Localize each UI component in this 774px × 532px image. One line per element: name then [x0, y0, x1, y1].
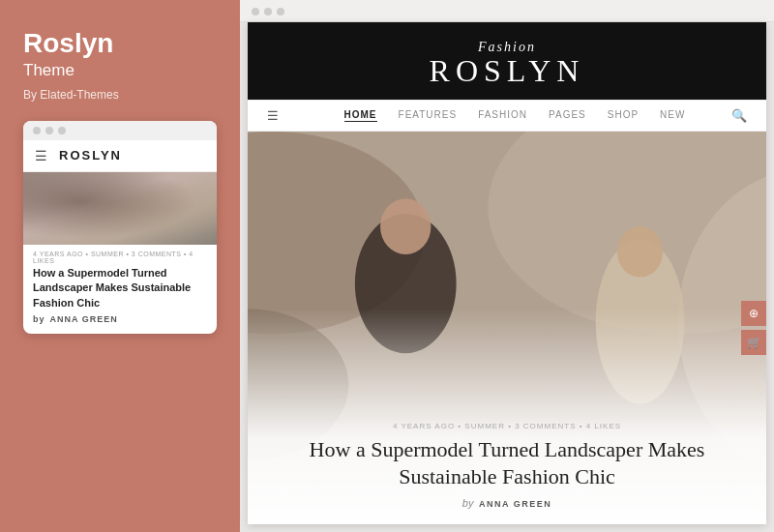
mobile-article-meta: 4 YEARS AGO • SUMMER • 3 COMMENTS • 4 LI…: [33, 251, 207, 264]
website-preview: Fashion ROSLYN ☰ HOME FEATURES FASHION P…: [248, 22, 766, 524]
hero-title: How a Supermodel Turned Landscaper Makes…: [277, 436, 737, 491]
browser-dot-3: [277, 8, 284, 15]
mobile-dot-3: [58, 127, 66, 134]
side-icon-share[interactable]: ⊕: [741, 301, 766, 326]
nav-item-home[interactable]: HOME: [344, 109, 377, 122]
left-panel: Roslyn Theme By Elated-Themes ☰ ROSLYN 4…: [0, 0, 240, 532]
side-icon-cart[interactable]: 🛒: [741, 330, 766, 355]
theme-author: By Elated-Themes: [23, 88, 217, 102]
mobile-preview-card: ☰ ROSLYN 4 YEARS AGO • SUMMER • 3 COMMEN…: [23, 121, 217, 334]
mobile-byline-prefix: by: [33, 314, 45, 324]
mobile-image-inner: [23, 172, 217, 245]
mobile-byline: by ANNA GREEN: [33, 314, 207, 324]
mobile-article-image: [23, 172, 217, 245]
hero-byline: by ANNA GREEN: [277, 497, 737, 509]
theme-title: Roslyn: [23, 29, 217, 59]
svg-point-6: [380, 198, 431, 254]
hero-meta: 4 YEARS AGO • SUMMER • 3 COMMENTS • 4 LI…: [277, 422, 737, 430]
right-panel: Fashion ROSLYN ☰ HOME FEATURES FASHION P…: [240, 0, 774, 532]
mobile-dot-2: [45, 127, 53, 134]
nav-items: HOME FEATURES FASHION PAGES SHOP NEW: [298, 109, 731, 122]
nav-search-icon[interactable]: 🔍: [731, 108, 747, 123]
mobile-byline-author: ANNA GREEN: [50, 314, 118, 324]
nav-item-shop[interactable]: SHOP: [608, 109, 639, 122]
nav-item-features[interactable]: FEATURES: [399, 109, 458, 122]
hero-content: 4 YEARS AGO • SUMMER • 3 COMMENTS • 4 LI…: [248, 412, 766, 524]
browser-dot-2: [264, 8, 272, 15]
mobile-article-title: How a Supermodel Turned Landscaper Makes…: [33, 266, 207, 310]
site-header: Fashion ROSLYN: [248, 22, 766, 100]
browser-dots: [252, 8, 762, 15]
browser-dot-1: [252, 8, 259, 15]
nav-item-new[interactable]: NEW: [660, 109, 685, 122]
svg-point-8: [617, 226, 663, 277]
side-icons: ⊕ 🛒: [741, 301, 766, 355]
mobile-dot-1: [33, 127, 41, 134]
site-logo-roslyn: ROSLYN: [248, 55, 766, 86]
hero-byline-author: ANNA GREEN: [479, 499, 551, 509]
mobile-hamburger-icon: ☰: [35, 148, 47, 163]
article-hero: 4 YEARS AGO • SUMMER • 3 COMMENTS • 4 LI…: [248, 132, 766, 524]
nav-item-fashion[interactable]: FASHION: [478, 109, 527, 122]
mobile-nav: ☰ ROSLYN: [23, 140, 217, 172]
site-nav: ☰ HOME FEATURES FASHION PAGES SHOP NEW 🔍: [248, 100, 766, 132]
nav-item-pages[interactable]: PAGES: [549, 109, 586, 122]
nav-hamburger-icon[interactable]: ☰: [267, 108, 279, 123]
browser-chrome: [240, 0, 774, 22]
theme-subtitle: Theme: [23, 61, 217, 80]
hero-byline-prefix: by: [462, 497, 474, 509]
mobile-logo: ROSLYN: [59, 148, 122, 163]
mobile-titlebar: [23, 121, 217, 140]
